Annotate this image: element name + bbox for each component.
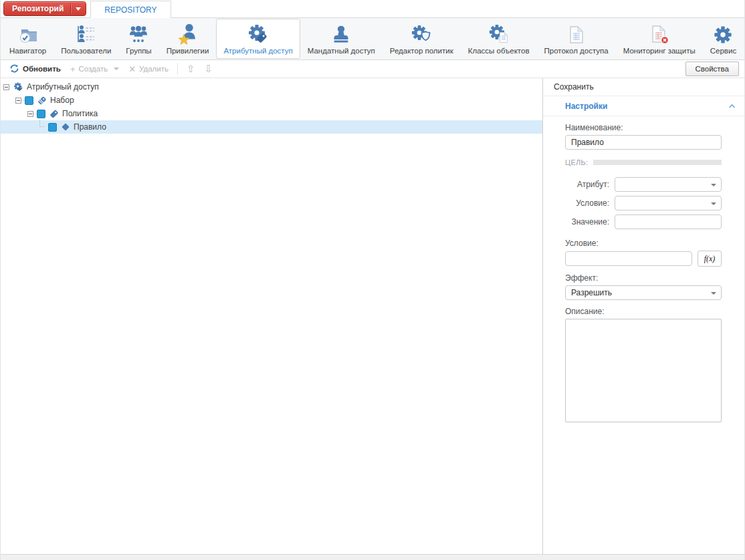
- attribute-field-row: Атрибут:: [565, 177, 722, 192]
- checkbox[interactable]: [48, 123, 57, 132]
- effect-label: Эффект:: [565, 273, 722, 283]
- ribbon-item-privileges[interactable]: Привилегии: [159, 19, 217, 59]
- effect-dropdown[interactable]: Разрешить: [565, 285, 722, 300]
- separator: [70, 3, 71, 14]
- tree-row-policy[interactable]: Политика: [1, 107, 542, 120]
- ribbon-item-service[interactable]: Сервис: [703, 19, 744, 59]
- groups-icon: [128, 23, 149, 46]
- ribbon-item-mandatory-access[interactable]: Мандатный доступ: [300, 19, 383, 59]
- separator: [177, 63, 178, 74]
- value-field-row: Значение:: [565, 215, 722, 229]
- ribbon-item-label: Мониторинг защиты: [623, 47, 696, 55]
- attribute-access-icon: [13, 82, 23, 92]
- ribbon-item-users[interactable]: Пользователи: [54, 19, 118, 59]
- rule-settings-form: Наименование: ЦЕЛЬ: Атрибут: Условие:: [543, 116, 744, 424]
- repository-menu-label: Репозиторий: [12, 4, 70, 13]
- effect-dropdown-value: Разрешить: [571, 288, 612, 297]
- tree-row-attribute-access[interactable]: Атрибутный доступ: [1, 80, 542, 94]
- ribbon-item-label: Классы объектов: [468, 47, 530, 55]
- repository-menu-button[interactable]: Репозиторий: [3, 1, 86, 16]
- users-icon: [76, 23, 97, 46]
- function-editor-button[interactable]: f(x): [698, 251, 722, 267]
- ribbon-item-label: Сервис: [710, 47, 736, 55]
- tree-connector: [39, 120, 45, 127]
- privileges-icon: [177, 23, 199, 46]
- create-button[interactable]: + Создать: [66, 63, 124, 76]
- value-label: Значение:: [565, 217, 609, 227]
- save-button[interactable]: Сохранить: [554, 80, 599, 94]
- tree-item-label: Атрибутный доступ: [27, 82, 99, 92]
- access-tree-panel: Атрибутный доступ Набор: [1, 78, 543, 554]
- properties-panel: Сохранить Настройки Наименование: ЦЕЛЬ: …: [543, 78, 744, 554]
- caret-down-icon: [711, 184, 716, 186]
- properties-button[interactable]: Свойства: [685, 61, 740, 76]
- ribbon-item-attribute-access[interactable]: Атрибутный доступ: [216, 19, 300, 59]
- caret-down-icon: [711, 202, 716, 205]
- description-textarea[interactable]: [565, 319, 722, 422]
- ribbon-item-label: Группы: [126, 47, 151, 55]
- delete-label: Удалить: [139, 65, 169, 73]
- collapse-toggle[interactable]: [3, 84, 9, 90]
- target-separator-bar: [593, 160, 722, 165]
- move-down-button[interactable]: ⇩: [200, 63, 218, 75]
- delete-button[interactable]: ✕ Удалить: [124, 63, 173, 76]
- window-tabstrip: Репозиторий REPOSITORY: [1, 0, 744, 18]
- ribbon-item-policy-editor[interactable]: Редактор политик: [383, 19, 461, 59]
- condition-expression-label: Условие:: [565, 239, 722, 248]
- move-up-button[interactable]: ⇧: [182, 63, 200, 75]
- name-label: Наименование:: [565, 123, 722, 132]
- collapse-toggle[interactable]: [27, 111, 33, 117]
- ribbon-item-label: Привилегии: [167, 47, 209, 55]
- access-protocol-icon: [566, 23, 587, 46]
- actions-toolbar: Обновить + Создать ✕ Удалить ⇧ ⇩ Свойств…: [1, 60, 744, 78]
- ribbon-item-groups[interactable]: Группы: [118, 19, 158, 59]
- collapse-toggle[interactable]: [15, 98, 21, 104]
- rule-diamond-icon: [61, 122, 70, 132]
- ribbon-item-access-protocol[interactable]: Протокол доступа: [537, 19, 616, 59]
- policy-tag-icon: [49, 109, 59, 118]
- ribbon-item-label: Атрибутный доступ: [223, 47, 292, 55]
- refresh-label: Обновить: [23, 65, 61, 73]
- value-input[interactable]: [615, 215, 722, 229]
- name-input[interactable]: [565, 135, 722, 150]
- target-section: ЦЕЛЬ:: [565, 158, 722, 166]
- caret-down-icon: [711, 292, 716, 295]
- description-label: Описание:: [565, 307, 722, 316]
- attribute-dropdown[interactable]: [615, 177, 722, 192]
- plus-icon: +: [70, 65, 76, 74]
- tab-repository[interactable]: REPOSITORY: [90, 1, 171, 18]
- ribbon-item-label: Мандатный доступ: [308, 47, 375, 55]
- settings-section-title: Настройки: [565, 102, 607, 111]
- service-icon: [712, 23, 734, 46]
- chevron-up-icon[interactable]: [728, 104, 736, 109]
- condition-field-row: Условие:: [565, 196, 722, 211]
- tree-row-set[interactable]: Набор: [1, 94, 542, 107]
- attribute-access-icon: [247, 23, 269, 46]
- ribbon-item-protection-monitoring[interactable]: Мониторинг защиты: [616, 19, 703, 59]
- condition-dropdown[interactable]: [615, 196, 722, 211]
- tree-item-label: Правило: [74, 122, 106, 132]
- target-label: ЦЕЛЬ:: [565, 158, 588, 166]
- panel-toolbar: Сохранить: [543, 78, 744, 96]
- refresh-button[interactable]: Обновить: [5, 61, 66, 77]
- application-window: Репозиторий REPOSITORY Навигатор: [0, 0, 745, 560]
- ribbon-item-label: Редактор политик: [390, 47, 453, 55]
- main-area: Атрибутный доступ Набор: [1, 78, 744, 554]
- condition-expression-row: f(x): [565, 251, 722, 267]
- condition-label: Условие:: [565, 198, 609, 208]
- status-bar: [1, 554, 744, 560]
- caret-down-icon: [76, 7, 81, 11]
- tree-item-label: Набор: [50, 96, 74, 105]
- ribbon: Навигатор Пользователи: [1, 18, 744, 60]
- ribbon-item-navigator[interactable]: Навигатор: [2, 19, 54, 59]
- checkbox[interactable]: [37, 110, 45, 118]
- checkbox[interactable]: [25, 96, 33, 105]
- ribbon-item-label: Протокол доступа: [544, 47, 609, 55]
- policy-editor-icon: [411, 23, 432, 46]
- ribbon-item-object-classes[interactable]: Классы объектов: [461, 19, 537, 59]
- settings-section-header[interactable]: Настройки: [543, 96, 744, 116]
- tree-row-rule[interactable]: Правило: [1, 120, 542, 134]
- close-icon: ✕: [128, 65, 136, 74]
- caret-down-icon: [114, 67, 119, 70]
- condition-expression-input[interactable]: [565, 251, 692, 266]
